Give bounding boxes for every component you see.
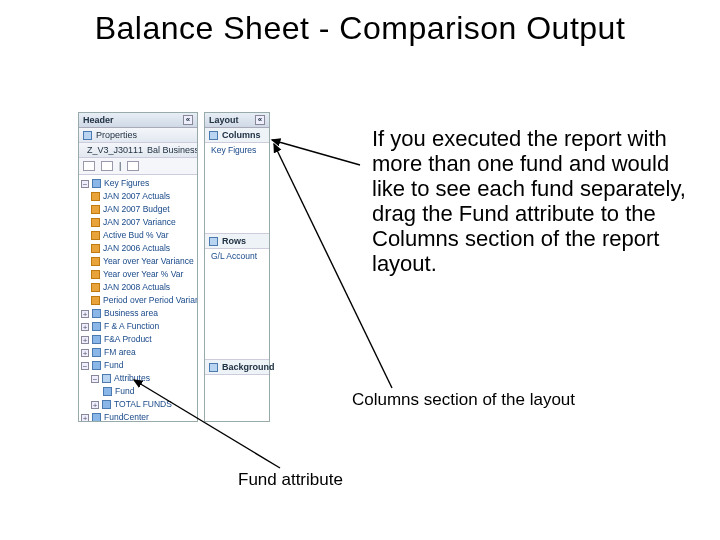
panel-toggle-icon[interactable]: « [255, 115, 265, 125]
explanation-text: If you executed the report with more tha… [372, 126, 688, 276]
tree-dim[interactable]: +FM area [81, 346, 197, 359]
attr-icon [103, 387, 112, 396]
query-panel: Header « Properties Z_V3_J30111 Bal Busi… [78, 112, 198, 422]
tree-item[interactable]: JAN 2007 Actuals [81, 190, 197, 203]
measure-icon [91, 283, 100, 292]
tree-item[interactable]: Year over Year Variance [81, 255, 197, 268]
caption-columns: Columns section of the layout [352, 390, 575, 409]
query-panel-title: Header [83, 115, 114, 125]
dim-icon [92, 309, 101, 318]
query-id: Z_V3_J30111 [87, 145, 143, 155]
tree-dim[interactable]: +F & A Function [81, 320, 197, 333]
tree-item[interactable]: Period over Period Variance [81, 294, 197, 307]
measure-icon [91, 192, 100, 201]
expand-icon[interactable]: + [81, 349, 89, 357]
measure-icon [91, 270, 100, 279]
measure-icon [91, 257, 100, 266]
properties-bar[interactable]: Properties [79, 128, 197, 143]
measure-icon [91, 296, 100, 305]
properties-label: Properties [96, 130, 137, 140]
tree-keyfigures[interactable]: − Key Figures [81, 177, 197, 190]
toolbar-btn-3[interactable] [127, 161, 139, 171]
layout-panels: Header « Properties Z_V3_J30111 Bal Busi… [78, 112, 270, 422]
tree-item[interactable]: JAN 2007 Variance [81, 216, 197, 229]
measure-icon [91, 244, 100, 253]
tree-item[interactable]: JAN 2007 Budget [81, 203, 197, 216]
rows-section[interactable]: G/L Account [205, 249, 269, 359]
query-name: Bal Business Warehouse [147, 145, 197, 155]
tree-item[interactable]: JAN 2008 Actuals [81, 281, 197, 294]
background-icon [209, 363, 218, 372]
tree-fund-attribute-fund[interactable]: Fund [81, 385, 197, 398]
panel-toggle-icon[interactable]: « [183, 115, 193, 125]
toolbar-btn-1[interactable] [83, 161, 95, 171]
columns-section-header[interactable]: Columns [205, 128, 269, 143]
background-section-header[interactable]: Background [205, 359, 269, 375]
layout-panel: Layout « Columns Key Figures Rows G/L Ac… [204, 112, 270, 422]
expand-icon[interactable]: + [81, 414, 89, 422]
tree-item[interactable]: Active Bud % Var [81, 229, 197, 242]
background-section[interactable] [205, 375, 269, 421]
dim-icon [92, 348, 101, 357]
tree-dim[interactable]: +FundCenter [81, 411, 197, 421]
rows-icon [209, 237, 218, 246]
layout-panel-header[interactable]: Layout « [205, 113, 269, 128]
collapse-icon[interactable]: − [91, 375, 99, 383]
query-tree: − Key Figures JAN 2007 Actuals JAN 2007 … [79, 175, 197, 421]
query-id-row[interactable]: Z_V3_J30111 Bal Business Warehouse [79, 143, 197, 158]
collapse-icon[interactable]: − [81, 180, 89, 188]
tree-fund-total[interactable]: +TOTAL FUNDS [81, 398, 197, 411]
columns-section[interactable]: Key Figures [205, 143, 269, 233]
collapse-icon[interactable]: − [81, 362, 89, 370]
svg-line-0 [272, 140, 360, 165]
folder-icon [102, 374, 111, 383]
columns-item[interactable]: Key Figures [208, 145, 266, 155]
expand-icon[interactable]: + [91, 401, 99, 409]
toolbar-btn-2[interactable] [101, 161, 113, 171]
rows-item[interactable]: G/L Account [208, 251, 266, 261]
layout-panel-title: Layout [209, 115, 239, 125]
attr-icon [102, 400, 111, 409]
expand-icon[interactable]: + [81, 310, 89, 318]
tree-dim-fund[interactable]: −Fund [81, 359, 197, 372]
tree-toolbar: | [79, 158, 197, 175]
page-title: Balance Sheet - Comparison Output [0, 10, 720, 47]
caption-fund: Fund attribute [238, 470, 343, 490]
rows-section-header[interactable]: Rows [205, 233, 269, 249]
tree-fund-attributes[interactable]: −Attributes [81, 372, 197, 385]
dim-icon [92, 361, 101, 370]
dim-icon [92, 413, 101, 421]
query-panel-header[interactable]: Header « [79, 113, 197, 128]
expand-icon[interactable]: + [81, 323, 89, 331]
expand-icon[interactable]: + [81, 336, 89, 344]
tree-dim[interactable]: +Business area [81, 307, 197, 320]
properties-icon [83, 131, 92, 140]
toolbar-sep: | [119, 161, 121, 171]
tree-item[interactable]: JAN 2006 Actuals [81, 242, 197, 255]
dim-icon [92, 322, 101, 331]
tree-dim[interactable]: +F&A Product [81, 333, 197, 346]
tree-item[interactable]: Year over Year % Var [81, 268, 197, 281]
measure-icon [91, 205, 100, 214]
dim-icon [92, 335, 101, 344]
measure-icon [91, 218, 100, 227]
columns-icon [209, 131, 218, 140]
keyfigure-folder-icon [92, 179, 101, 188]
measure-icon [91, 231, 100, 240]
